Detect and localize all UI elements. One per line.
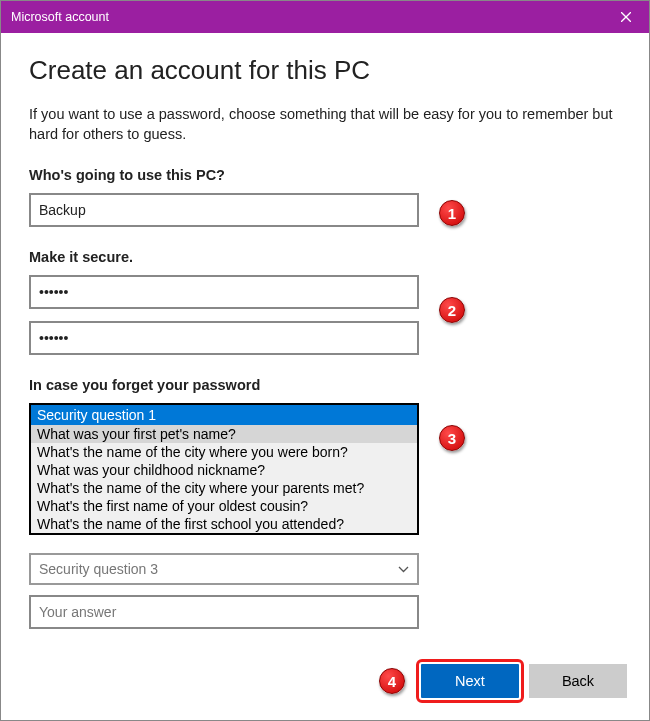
content-area: Create an account for this PC If you wan…	[1, 33, 649, 629]
page-description: If you want to use a password, choose so…	[29, 104, 621, 145]
close-button[interactable]	[603, 1, 649, 33]
titlebar: Microsoft account	[1, 1, 649, 33]
callout-badge-2: 2	[439, 297, 465, 323]
dropdown-option[interactable]: What's the first name of your oldest cou…	[31, 497, 417, 515]
select-placeholder: Security question 3	[39, 561, 158, 577]
security-label: In case you forget your password	[29, 377, 621, 393]
back-button[interactable]: Back	[529, 664, 627, 698]
window-title: Microsoft account	[11, 10, 109, 24]
password-input[interactable]	[29, 275, 419, 309]
dropdown-selected[interactable]: Security question 1	[31, 405, 417, 425]
dropdown-option[interactable]: What was your childhood nickname?	[31, 461, 417, 479]
security-question-3-select[interactable]: Security question 3	[29, 553, 419, 585]
dropdown-option[interactable]: What's the name of the city where your p…	[31, 479, 417, 497]
next-button[interactable]: Next	[421, 664, 519, 698]
close-icon	[621, 12, 631, 22]
confirm-password-input[interactable]	[29, 321, 419, 355]
dropdown-option[interactable]: What's the name of the first school you …	[31, 515, 417, 533]
username-label: Who's going to use this PC?	[29, 167, 621, 183]
callout-badge-1: 1	[439, 200, 465, 226]
page-title: Create an account for this PC	[29, 55, 621, 86]
username-input[interactable]	[29, 193, 419, 227]
answer-input[interactable]	[29, 595, 419, 629]
dropdown-option-hover[interactable]: What was your first pet's name?	[31, 425, 417, 443]
callout-badge-4: 4	[379, 668, 405, 694]
chevron-down-icon	[398, 562, 409, 576]
button-row: Next Back	[421, 664, 627, 698]
dropdown-option[interactable]: What's the name of the city where you we…	[31, 443, 417, 461]
password-label: Make it secure.	[29, 249, 621, 265]
callout-badge-3: 3	[439, 425, 465, 451]
security-question-1-dropdown[interactable]: Security question 1 What was your first …	[29, 403, 419, 535]
